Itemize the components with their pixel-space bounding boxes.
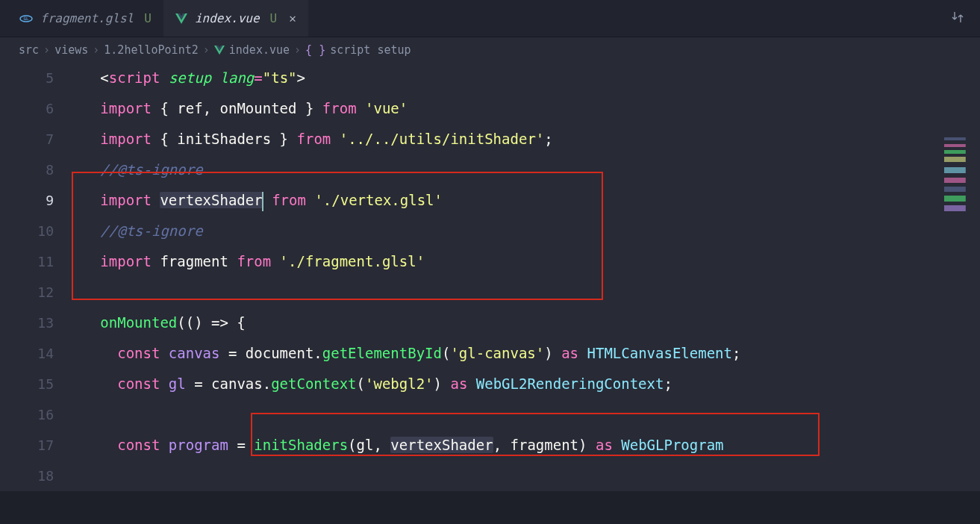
- code-line[interactable]: 14 const canvas = document.getElementByI…: [0, 338, 980, 369]
- svg-text:GL: GL: [23, 16, 29, 21]
- breadcrumb-symbol[interactable]: { } script setup: [305, 43, 411, 57]
- tab-index-vue[interactable]: index.vue U ✕: [163, 0, 308, 37]
- code-line[interactable]: 12: [0, 277, 980, 308]
- chevron-right-icon: ›: [203, 43, 210, 57]
- breadcrumb-item[interactable]: 1.2helloPoint2: [104, 43, 198, 57]
- breadcrumb[interactable]: src › views › 1.2helloPoint2 › index.vue…: [0, 37, 980, 63]
- code-line[interactable]: 11 import fragment from './fragment.glsl…: [0, 246, 980, 277]
- line-number: 11: [0, 246, 75, 277]
- close-icon[interactable]: ✕: [289, 11, 296, 25]
- braces-icon: { }: [305, 43, 325, 57]
- tab-label: index.vue: [195, 11, 260, 25]
- line-number: 17: [0, 430, 75, 461]
- breadcrumb-file[interactable]: index.vue: [214, 43, 290, 57]
- code-line[interactable]: 13 onMounted(() => {: [0, 308, 980, 338]
- line-number: 8: [0, 155, 75, 185]
- chevron-right-icon: ›: [93, 43, 99, 57]
- line-number: 12: [0, 277, 75, 308]
- tab-actions: [950, 10, 980, 28]
- line-number: 10: [0, 216, 75, 246]
- breadcrumb-item[interactable]: src: [19, 43, 39, 57]
- code-line[interactable]: 6 import { ref, onMounted } from 'vue': [0, 93, 980, 124]
- chevron-right-icon: ›: [43, 43, 50, 57]
- line-number: 5: [0, 63, 75, 93]
- code-line[interactable]: 17 const program = initShaders(gl, verte…: [0, 430, 980, 461]
- tab-status: U: [270, 11, 278, 25]
- line-number: 14: [0, 338, 75, 369]
- code-line[interactable]: 9 import vertexShader from './vertex.gls…: [0, 185, 980, 216]
- code-line[interactable]: 7 import { initShaders } from '../../uti…: [0, 124, 980, 155]
- tab-fragment-glsl[interactable]: GL fragment.glsl U: [7, 0, 163, 37]
- tab-status: U: [144, 11, 152, 25]
- line-number: 7: [0, 124, 75, 155]
- tab-bar: GL fragment.glsl U index.vue U ✕: [0, 0, 980, 37]
- line-number: 9: [0, 185, 75, 216]
- code-line[interactable]: 15 const gl = canvas.getContext('webgl2'…: [0, 369, 980, 399]
- line-number: 6: [0, 93, 75, 124]
- vue-icon: [175, 13, 187, 24]
- line-number: 13: [0, 308, 75, 338]
- glsl-icon: GL: [19, 14, 33, 23]
- line-number: 15: [0, 369, 75, 399]
- line-number: 16: [0, 399, 75, 430]
- chevron-right-icon: ›: [294, 43, 301, 57]
- line-number: 18: [0, 461, 75, 491]
- breadcrumb-item[interactable]: views: [54, 43, 88, 57]
- minimap[interactable]: [944, 137, 980, 219]
- code-editor[interactable]: 5 <script setup lang="ts"> 6 import { re…: [0, 63, 980, 491]
- code-line[interactable]: 16: [0, 399, 980, 430]
- compare-changes-icon[interactable]: [950, 10, 965, 28]
- tab-label: fragment.glsl: [40, 11, 134, 25]
- code-line[interactable]: 8 //@ts-ignore: [0, 155, 980, 185]
- code-line[interactable]: 10 //@ts-ignore: [0, 216, 980, 246]
- vue-icon: [214, 45, 225, 55]
- code-line[interactable]: 5 <script setup lang="ts">: [0, 63, 980, 93]
- code-line[interactable]: 18: [0, 461, 980, 491]
